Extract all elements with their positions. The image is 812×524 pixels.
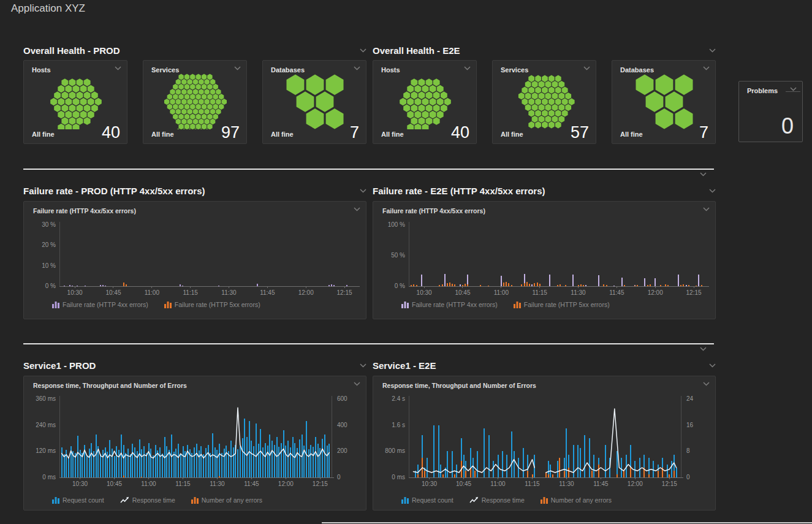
chevron-down-icon[interactable] (354, 382, 360, 386)
chevron-down-icon[interactable] (464, 66, 471, 70)
chevron-down-icon[interactable] (709, 363, 716, 368)
bar-series-icon (401, 496, 409, 504)
legend-item[interactable]: Failure rate (HTTP 5xx errors) (164, 301, 260, 308)
svg-text:50 %: 50 % (391, 252, 405, 259)
chevron-down-icon[interactable] (354, 66, 360, 70)
problems-count: 0 (781, 113, 794, 139)
svg-text:12:15: 12:15 (313, 480, 328, 487)
svg-text:8: 8 (686, 447, 690, 454)
status-text: All fine (32, 131, 55, 138)
failure-rate-tile-e2e[interactable]: Failure rate (HTTP 4xx/5xx errors) 0 %50… (373, 201, 716, 319)
chevron-down-icon[interactable] (583, 66, 590, 70)
svg-text:11:30: 11:30 (210, 480, 225, 487)
section-divider (23, 343, 714, 344)
entity-count: 7 (699, 123, 708, 142)
chevron-down-icon[interactable] (115, 66, 121, 70)
health-tile-services-prod[interactable]: Services All fine 97 (143, 60, 247, 144)
problems-tile[interactable]: Problems 0 (738, 81, 803, 142)
legend-item[interactable]: Failure rate (HTTP 4xx errors) (401, 301, 498, 308)
chevron-down-icon[interactable] (790, 87, 797, 91)
failure-rate-chart-e2e[interactable]: 0 %50 %100 %10:3010:4511:0011:1511:3011:… (378, 219, 711, 312)
failure-rate-chart-prod[interactable]: 0 %10 %20 %30 %10:3010:4511:0011:1511:30… (29, 219, 362, 312)
chevron-down-icon[interactable] (709, 189, 716, 193)
honeycomb-chart[interactable] (373, 73, 477, 129)
legend-item[interactable]: Response time (469, 496, 525, 504)
health-tile-services-e2e[interactable]: Services All fine 57 (492, 60, 596, 144)
chevron-down-icon[interactable] (700, 347, 707, 351)
chevron-down-icon[interactable] (703, 207, 710, 211)
entity-count: 7 (350, 123, 359, 142)
legend-label: Failure rate (HTTP 5xx errors) (175, 301, 260, 308)
health-tile-databases-prod[interactable]: Databases All fine 7 (262, 60, 366, 144)
chevron-down-icon[interactable] (360, 189, 366, 193)
svg-text:11:00: 11:00 (494, 289, 509, 296)
chevron-down-icon[interactable] (700, 172, 707, 177)
svg-text:2.4 s: 2.4 s (392, 395, 405, 402)
chevron-down-icon[interactable] (354, 207, 360, 211)
service-chart-tile-prod[interactable]: Response time, Throughput and Number of … (23, 376, 366, 511)
line-series-icon (120, 496, 129, 504)
section-title: Overall Health - E2E (373, 45, 460, 56)
chevron-down-icon[interactable] (709, 48, 716, 53)
chevron-down-icon[interactable] (703, 66, 710, 70)
service-chart-e2e[interactable]: 0 ms800 ms1.6 s2.4 s08162410:3010:4511:0… (378, 393, 711, 493)
legend-label: Failure rate (HTTP 5xx errors) (524, 301, 610, 308)
section-title: Service1 - PROD (23, 360, 96, 371)
svg-text:0 ms: 0 ms (392, 474, 405, 480)
legend-item[interactable]: Response time (120, 496, 175, 504)
svg-text:10:30: 10:30 (422, 480, 437, 487)
honeycomb-chart[interactable] (493, 73, 597, 129)
honeycomb-chart[interactable] (612, 73, 716, 129)
health-tile-hosts-e2e[interactable]: Hosts All fine 40 (373, 60, 477, 144)
legend-item[interactable]: Request count (401, 496, 453, 504)
service-chart-tile-e2e[interactable]: Response time, Throughput and Number of … (373, 376, 716, 511)
svg-text:11:30: 11:30 (571, 289, 586, 296)
legend-item[interactable]: Number of any errors (191, 496, 262, 504)
svg-text:11:15: 11:15 (533, 289, 548, 296)
legend-label: Failure rate (HTTP 4xx errors) (412, 301, 498, 308)
section-header-overall-health-prod: Overall Health - PROD (23, 44, 366, 56)
section-divider-partial (322, 522, 812, 523)
chart-title: Failure rate (HTTP 4xx/5xx errors) (382, 207, 485, 215)
honeycomb-chart[interactable] (143, 73, 248, 129)
svg-text:12:00: 12:00 (648, 289, 663, 296)
legend-label: Request count (63, 496, 104, 504)
chevron-down-icon[interactable] (360, 363, 366, 368)
legend-label: Response time (482, 496, 525, 504)
chart-title: Failure rate (HTTP 4xx/5xx errors) (33, 207, 136, 215)
health-tile-databases-e2e[interactable]: Databases All fine 7 (612, 60, 716, 144)
svg-text:12:00: 12:00 (278, 480, 294, 487)
legend-item[interactable]: Failure rate (HTTP 4xx errors) (52, 301, 148, 308)
tile-label: Problems (747, 87, 778, 94)
svg-text:11:00: 11:00 (490, 480, 506, 487)
section-header-overall-health-e2e: Overall Health - E2E (373, 44, 716, 56)
failure-rate-tile-prod[interactable]: Failure rate (HTTP 4xx/5xx errors) 0 %10… (23, 201, 366, 319)
chevron-down-icon[interactable] (360, 48, 366, 53)
status-text: All fine (620, 131, 643, 138)
chevron-down-icon[interactable] (703, 382, 710, 386)
svg-text:240 ms: 240 ms (36, 422, 56, 428)
svg-text:11:15: 11:15 (175, 480, 191, 487)
legend-label: Number of any errors (551, 496, 612, 504)
chart-legend: Request count Response time Number of an… (401, 496, 612, 504)
svg-text:1.6 s: 1.6 s (392, 422, 405, 428)
svg-text:12:00: 12:00 (628, 480, 643, 487)
svg-text:0 ms: 0 ms (42, 474, 56, 480)
health-tile-hosts-prod[interactable]: Hosts All fine 40 (23, 60, 127, 144)
status-text: All fine (151, 131, 174, 138)
honeycomb-chart[interactable] (263, 73, 367, 129)
service-chart-prod[interactable]: 0 ms120 ms240 ms360 ms020040060010:3010:… (29, 393, 362, 493)
svg-text:12:15: 12:15 (662, 480, 677, 487)
chevron-down-icon[interactable] (234, 66, 241, 70)
legend-item[interactable]: Number of any errors (541, 496, 612, 504)
svg-text:100 %: 100 % (388, 221, 405, 228)
bar-series-icon (52, 301, 59, 308)
section-header-failure-prod: Failure rate - PROD (HTTP 4xx/5xx errors… (23, 184, 366, 197)
section-header-service1-prod: Service1 - PROD (23, 359, 366, 371)
svg-text:10:30: 10:30 (67, 289, 83, 296)
svg-text:0 %: 0 % (45, 283, 56, 289)
honeycomb-chart[interactable] (24, 73, 128, 129)
legend-item[interactable]: Failure rate (HTTP 5xx errors) (514, 301, 610, 308)
legend-item[interactable]: Request count (52, 496, 104, 504)
bar-series-icon (52, 496, 59, 504)
